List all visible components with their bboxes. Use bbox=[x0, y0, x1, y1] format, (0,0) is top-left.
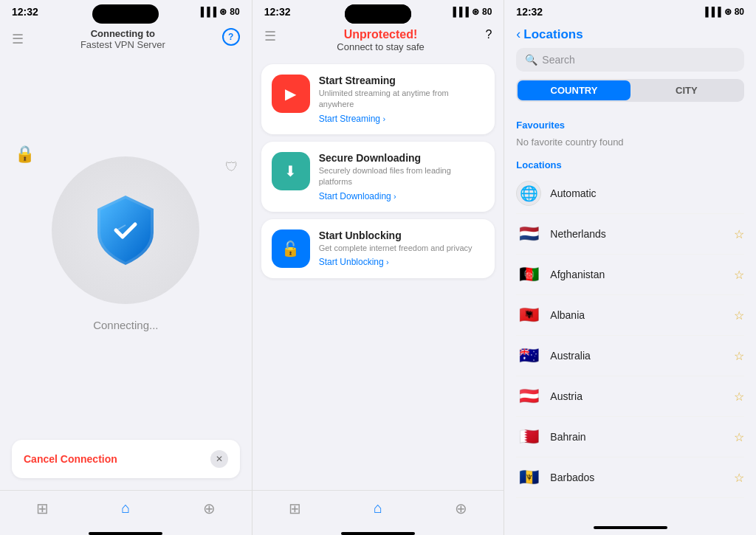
status-bar-1: 12:32 ▐▐▐ ⊛ 80 bbox=[0, 0, 252, 21]
feature-streaming-card[interactable]: ▶ Start Streaming Unlimited streaming at… bbox=[261, 64, 495, 134]
home-indicator-3 bbox=[594, 526, 667, 529]
unblocking-icon: 🔓 bbox=[272, 229, 310, 268]
downloading-link-arrow: › bbox=[394, 192, 396, 201]
signal-icon: ▐▐▐ bbox=[198, 7, 217, 17]
streaming-link-arrow: › bbox=[382, 114, 385, 123]
unblocking-content: Start Unblocking Get complete internet f… bbox=[319, 229, 485, 267]
menu-icon[interactable]: ☰ bbox=[12, 31, 24, 47]
locations-header: ‹ Locations 🔍 Search COUNTRY CITY bbox=[504, 21, 756, 114]
cancel-btn-label: Cancel Connection bbox=[24, 453, 117, 465]
shield-check-icon: 🛡 bbox=[225, 159, 238, 175]
star-austria[interactable]: ☆ bbox=[734, 390, 744, 404]
shield-area: 🔒 🛡 Connecting... bbox=[0, 56, 252, 431]
signal-icon-3: ▐▐▐ bbox=[702, 7, 721, 17]
nav-home-2[interactable]: ⌂ bbox=[368, 497, 388, 520]
star-barbados[interactable]: ☆ bbox=[734, 471, 744, 485]
flag-globe: 🌐 bbox=[516, 181, 541, 206]
bottom-nav-1: ⊞ ⌂ ⊕ bbox=[0, 490, 252, 529]
flag-netherlands: 🇳🇱 bbox=[516, 221, 541, 246]
downloading-title: Secure Downloading bbox=[319, 152, 485, 164]
status-bar-3: 12:32 ▐▐▐ ⊛ 80 bbox=[504, 0, 756, 21]
nav-grid-2[interactable]: ⊞ bbox=[283, 497, 307, 520]
nav-globe-1[interactable]: ⊕ bbox=[197, 497, 221, 520]
help-icon[interactable]: ? bbox=[222, 28, 240, 46]
downloading-desc: Securely download files from leading pla… bbox=[319, 165, 485, 188]
country-row-albania[interactable]: 🇦🇱 Albania ☆ bbox=[516, 295, 744, 336]
search-bar[interactable]: 🔍 Search bbox=[516, 48, 744, 72]
star-netherlands[interactable]: ☆ bbox=[734, 227, 744, 241]
status-icons-2: ▐▐▐ ⊛ 80 bbox=[450, 7, 492, 17]
star-australia[interactable]: ☆ bbox=[734, 349, 744, 363]
unblocking-link[interactable]: Start Unblocking › bbox=[319, 257, 485, 267]
downloading-icon: ⬇ bbox=[272, 152, 310, 190]
feature-cards: ▶ Start Streaming Unlimited streaming at… bbox=[252, 58, 504, 490]
country-row-bahrain[interactable]: 🇧🇭 Bahrain ☆ bbox=[516, 417, 744, 458]
feature-unblocking-card[interactable]: 🔓 Start Unblocking Get complete internet… bbox=[261, 219, 495, 278]
country-row-afghanistan[interactable]: 🇦🇫 Afghanistan ☆ bbox=[516, 255, 744, 295]
play-icon: ▶ bbox=[285, 85, 296, 103]
star-albania[interactable]: ☆ bbox=[734, 308, 744, 322]
flag-albania: 🇦🇱 bbox=[516, 303, 541, 328]
country-row-australia[interactable]: 🇦🇺 Australia ☆ bbox=[516, 336, 744, 376]
server-name-label: Fastest VPN Server bbox=[24, 39, 222, 50]
nav-globe-2[interactable]: ⊕ bbox=[449, 497, 473, 520]
star-afghanistan[interactable]: ☆ bbox=[734, 268, 744, 282]
country-name-australia: Australia bbox=[550, 350, 734, 362]
cancel-btn-container: Cancel Connection ✕ bbox=[0, 431, 252, 490]
lock-icon: 🔒 bbox=[15, 145, 35, 164]
country-name-austria: Austria bbox=[550, 390, 734, 402]
streaming-desc: Unlimited streaming at anytime from anyw… bbox=[319, 88, 485, 111]
back-row: ‹ Locations bbox=[516, 27, 744, 42]
flag-australia: 🇦🇺 bbox=[516, 343, 541, 368]
flag-barbados: 🇧🇧 bbox=[516, 465, 541, 490]
country-name-netherlands: Netherlands bbox=[550, 228, 734, 240]
no-favourites-text: No favorite country found bbox=[516, 134, 744, 153]
panel-unprotected: 12:32 ▐▐▐ ⊛ 80 ☰ Unprotected! Connect to… bbox=[252, 0, 505, 535]
country-name-afghanistan: Afghanistan bbox=[550, 269, 734, 280]
locations-back-label[interactable]: Locations bbox=[523, 27, 583, 42]
bottom-nav-2: ⊞ ⌂ ⊕ bbox=[252, 490, 504, 529]
country-name-bahrain: Bahrain bbox=[550, 431, 734, 443]
status-time-3: 12:32 bbox=[516, 6, 543, 18]
unprotected-label: Unprotected! bbox=[276, 28, 486, 41]
connecting-status: Connecting... bbox=[93, 319, 158, 331]
downloading-link[interactable]: Start Downloading › bbox=[319, 191, 485, 201]
wifi-icon: ⊛ bbox=[219, 7, 227, 17]
battery-icon-2: 80 bbox=[482, 7, 492, 17]
shield-svg bbox=[89, 190, 162, 271]
unblocking-desc: Get complete internet freedom and privac… bbox=[319, 243, 485, 254]
unblocking-link-arrow: › bbox=[386, 258, 389, 266]
dynamic-island-1 bbox=[92, 4, 159, 24]
streaming-link[interactable]: Start Streaming › bbox=[319, 114, 485, 124]
wifi-icon-2: ⊛ bbox=[472, 7, 479, 17]
help-icon-2[interactable]: ? bbox=[485, 28, 492, 41]
country-row-austria[interactable]: 🇦🇹 Austria ☆ bbox=[516, 376, 744, 417]
status-icons-1: ▐▐▐ ⊛ 80 bbox=[198, 7, 240, 17]
feature-downloading-card[interactable]: ⬇ Secure Downloading Securely download f… bbox=[261, 142, 495, 212]
status-time-2: 12:32 bbox=[264, 6, 291, 18]
battery-icon: 80 bbox=[230, 7, 239, 17]
country-row-barbados[interactable]: 🇧🇧 Barbados ☆ bbox=[516, 458, 744, 498]
country-row-automatic[interactable]: 🌐 Automatic bbox=[516, 173, 744, 214]
shield-bg bbox=[52, 156, 199, 304]
country-row-netherlands[interactable]: 🇳🇱 Netherlands ☆ bbox=[516, 214, 744, 255]
favourites-section-label: Favourites bbox=[516, 114, 744, 134]
locations-list: Favourites No favorite country found Loc… bbox=[504, 114, 756, 520]
country-name-albania: Albania bbox=[550, 309, 734, 321]
back-chevron-icon[interactable]: ‹ bbox=[516, 27, 520, 42]
tab-city[interactable]: CITY bbox=[630, 80, 743, 100]
tab-country[interactable]: COUNTRY bbox=[518, 80, 630, 100]
menu-icon-2[interactable]: ☰ bbox=[264, 28, 276, 44]
cancel-connection-button[interactable]: Cancel Connection ✕ bbox=[12, 440, 240, 478]
panel-connecting: 12:32 ▐▐▐ ⊛ 80 ☰ Connecting to Fastest V… bbox=[0, 0, 252, 535]
nav-home-1[interactable]: ⌂ bbox=[115, 497, 136, 520]
download-icon: ⬇ bbox=[284, 162, 297, 180]
connecting-to-label: Connecting to bbox=[24, 28, 222, 39]
locations-section-label: Locations bbox=[516, 153, 744, 173]
star-bahrain[interactable]: ☆ bbox=[734, 430, 744, 444]
streaming-content: Start Streaming Unlimited streaming at a… bbox=[319, 75, 485, 124]
home-indicator-1 bbox=[89, 532, 162, 535]
flag-bahrain: 🇧🇭 bbox=[516, 424, 541, 449]
search-placeholder-text: Search bbox=[542, 54, 574, 66]
nav-grid-1[interactable]: ⊞ bbox=[30, 497, 55, 520]
